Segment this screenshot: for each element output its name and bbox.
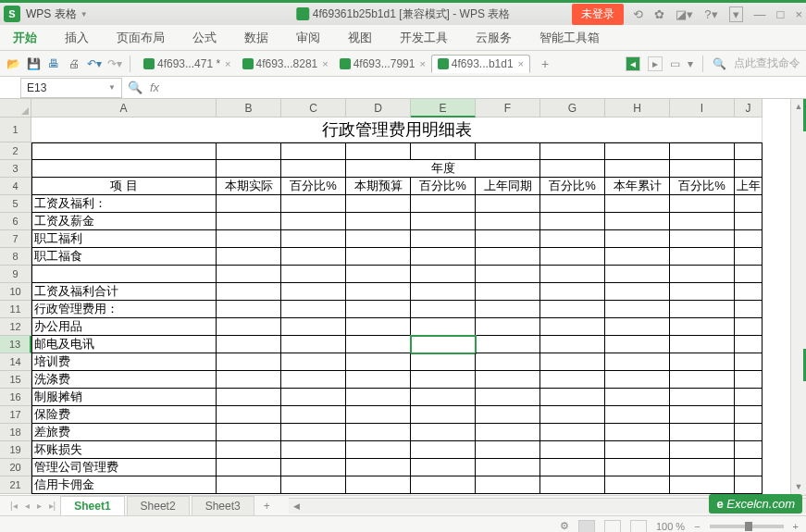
cell-F11[interactable] [476, 301, 540, 318]
cell-I3[interactable] [670, 160, 735, 178]
cell-D6[interactable] [346, 213, 411, 230]
cell-H11[interactable] [605, 301, 670, 318]
cell-G6[interactable] [540, 213, 605, 230]
col-header-G[interactable]: G [540, 99, 605, 118]
cell-C6[interactable] [281, 213, 346, 230]
cell-B9[interactable] [217, 266, 281, 283]
settings2-icon[interactable]: ⚙ [560, 520, 569, 532]
cell-D16[interactable] [346, 389, 411, 406]
cell-A14[interactable]: 培训费 [31, 353, 217, 371]
cell-B12[interactable] [217, 318, 281, 336]
cell-F6[interactable] [476, 213, 540, 230]
cell-I4[interactable]: 百分比% [670, 178, 735, 195]
row-header-14[interactable]: 14 [0, 353, 31, 371]
row-header-13[interactable]: 13 [0, 336, 31, 353]
cell-H18[interactable] [605, 424, 670, 441]
sync-icon[interactable]: ⟲ [633, 7, 643, 21]
cell-F19[interactable] [476, 441, 540, 459]
cell-G5[interactable] [540, 195, 605, 213]
cell-C15[interactable] [281, 371, 346, 389]
sheet-tab-sheet2[interactable]: Sheet2 [127, 496, 190, 515]
cell-C19[interactable] [281, 441, 346, 459]
more-icon[interactable]: ▾ [688, 57, 693, 70]
menu-formula[interactable]: 公式 [187, 26, 222, 50]
cell-G16[interactable] [540, 389, 605, 406]
cell-C11[interactable] [281, 301, 346, 318]
cell-F10[interactable] [476, 283, 540, 301]
cell-D3[interactable]: 年度 [346, 160, 540, 178]
cell-G4[interactable]: 百分比% [540, 178, 605, 195]
close-icon[interactable]: × [518, 58, 524, 69]
cell-J10[interactable] [735, 283, 763, 301]
col-header-A[interactable]: A [31, 99, 217, 118]
cell-A6[interactable]: 工资及薪金 [31, 213, 217, 230]
grid[interactable]: 行政管理费用明细表年度项 目本期实际百分比%本期预算百分比%上年同期百分比%本年… [31, 118, 763, 494]
cell-F14[interactable] [476, 353, 540, 371]
cell-H17[interactable] [605, 406, 670, 424]
cell-D4[interactable]: 本期预算 [346, 178, 411, 195]
fx-label[interactable]: fx [150, 80, 159, 94]
sheet-tab-sheet1[interactable]: Sheet1 [60, 496, 124, 515]
print-icon[interactable]: 🖨 [67, 56, 81, 71]
cell-B6[interactable] [217, 213, 281, 230]
cell-B18[interactable] [217, 424, 281, 441]
cell-H6[interactable] [605, 213, 670, 230]
cell-E21[interactable] [411, 476, 476, 494]
cell-F8[interactable] [476, 248, 540, 266]
cell-C16[interactable] [281, 389, 346, 406]
cell-B8[interactable] [217, 248, 281, 266]
add-doc-tab[interactable]: + [536, 56, 554, 71]
cell-F2[interactable] [476, 142, 540, 160]
cell-G20[interactable] [540, 459, 605, 476]
zoom-out[interactable]: − [694, 521, 700, 532]
zoom-slider[interactable] [710, 525, 784, 528]
cell-H8[interactable] [605, 248, 670, 266]
close-button[interactable]: × [795, 7, 802, 21]
cell-I8[interactable] [670, 248, 735, 266]
cell-I16[interactable] [670, 389, 735, 406]
cell-F18[interactable] [476, 424, 540, 441]
close-icon[interactable]: × [322, 58, 328, 69]
cell-C7[interactable] [281, 230, 346, 248]
cell-C2[interactable] [281, 142, 346, 160]
cell-F13[interactable] [476, 336, 540, 353]
sheet-nav-next[interactable]: ▸ [34, 501, 44, 511]
cell-J12[interactable] [735, 318, 763, 336]
cell-A21[interactable]: 信用卡佣金 [31, 476, 217, 494]
cell-B15[interactable] [217, 371, 281, 389]
cell-D12[interactable] [346, 318, 411, 336]
row-header-18[interactable]: 18 [0, 424, 31, 441]
cell-I13[interactable] [670, 336, 735, 353]
cell-B19[interactable] [217, 441, 281, 459]
row-header-12[interactable]: 12 [0, 318, 31, 336]
zoom-value[interactable]: 100 % [656, 521, 685, 532]
cell-E13[interactable] [411, 336, 476, 353]
cell-D19[interactable] [346, 441, 411, 459]
cell-I2[interactable] [670, 142, 735, 160]
cell-A15[interactable]: 洗涤费 [31, 371, 217, 389]
sheet-nav-last[interactable]: ▸| [46, 501, 59, 511]
row-header-8[interactable]: 8 [0, 248, 31, 266]
row-header-2[interactable]: 2 [0, 142, 31, 160]
cell-F20[interactable] [476, 459, 540, 476]
cell-B7[interactable] [217, 230, 281, 248]
row-header-5[interactable]: 5 [0, 195, 31, 213]
cell-H9[interactable] [605, 266, 670, 283]
menu-cloud[interactable]: 云服务 [470, 26, 517, 50]
vertical-scrollbar[interactable]: ▲ ▼ [790, 99, 806, 495]
cell-I7[interactable] [670, 230, 735, 248]
menu-data[interactable]: 数据 [239, 26, 274, 50]
cell-I11[interactable] [670, 301, 735, 318]
cell-E8[interactable] [411, 248, 476, 266]
cell-H12[interactable] [605, 318, 670, 336]
cell-B17[interactable] [217, 406, 281, 424]
cell-B2[interactable] [217, 142, 281, 160]
cell-J6[interactable] [735, 213, 763, 230]
cell-C13[interactable] [281, 336, 346, 353]
cell-E10[interactable] [411, 283, 476, 301]
login-button[interactable]: 未登录 [572, 4, 624, 25]
doc-tab[interactable]: 4f693...b1d1× [431, 55, 530, 73]
nav-right-icon[interactable]: ▸ [648, 56, 663, 71]
doc-tab[interactable]: 4f693...8281× [237, 55, 334, 73]
minimize-button[interactable]: — [754, 7, 766, 21]
